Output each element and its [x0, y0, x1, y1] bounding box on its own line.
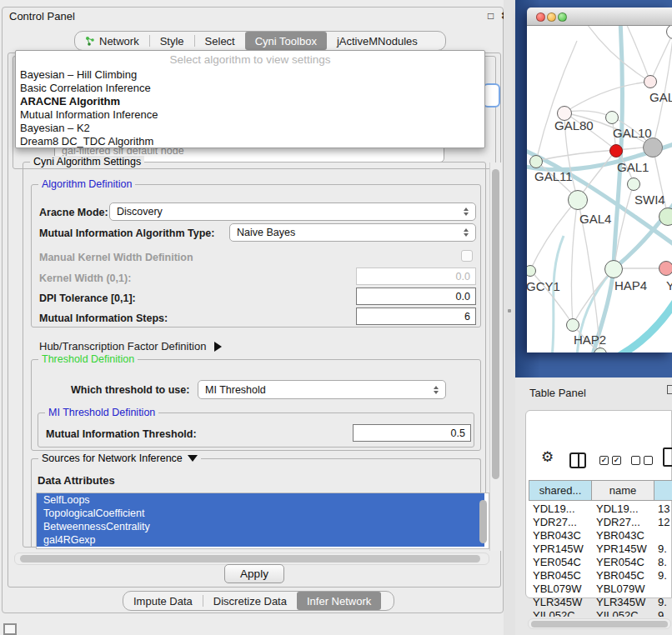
node-unlabeled-pink[interactable] [659, 261, 672, 276]
dropdown-option[interactable]: Bayesian – K2 [16, 121, 484, 134]
aracne-mode-value: Discovery [117, 206, 163, 218]
tab-infer-network[interactable]: Infer Network [297, 592, 381, 610]
node-hap4[interactable] [604, 260, 623, 278]
aracne-mode-combobox[interactable]: Discovery [109, 202, 476, 221]
manual-kernel-checkbox[interactable] [461, 250, 473, 262]
float-window-icon[interactable]: □ [488, 10, 494, 22]
gear-icon[interactable]: ⚙ [541, 448, 554, 466]
dropdown-option-selected[interactable]: ARACNE Algorithm [16, 94, 484, 108]
tab-cyni-toolbox[interactable]: Cyni Toolbox [245, 32, 327, 50]
dropdown-option[interactable]: Mutual Information Inference [16, 108, 484, 121]
list-item[interactable]: gal4RGexp [37, 533, 484, 547]
network-window-titlebar[interactable] [527, 8, 672, 26]
table-cell[interactable]: 9. [658, 596, 671, 609]
table-cell[interactable] [658, 582, 671, 596]
close-traffic-light-icon[interactable] [536, 12, 545, 22]
table-cell[interactable]: YLR345W [533, 596, 591, 609]
algorithm-combobox-edge[interactable] [483, 83, 500, 108]
node-label: GAL11 [534, 169, 573, 183]
table-horizontal-scrollbar[interactable] [528, 618, 671, 629]
node-label: Y [666, 278, 672, 292]
group-title: Cyni Algorithm Settings [30, 156, 144, 168]
dpi-tolerance-input[interactable]: 0.0 [356, 288, 476, 305]
network-canvas[interactable]: GAL GAL80 GAL10 GAL1 GAL11 SWI4 GAL4 GCY… [527, 26, 672, 352]
deselect-all-columns-icon[interactable] [631, 456, 653, 465]
apply-button[interactable]: Apply [224, 564, 284, 583]
node-gal11[interactable] [529, 155, 543, 168]
tab-label: Select [205, 35, 235, 48]
table-cell[interactable]: 9 [658, 609, 671, 617]
sources-title: Sources for Network Inference [42, 452, 183, 464]
table-cell[interactable]: YER054C [596, 556, 653, 569]
hub-definition-toggle[interactable]: Hub/Transcription Factor Definition [39, 340, 222, 352]
node-gal1[interactable] [609, 144, 623, 158]
table-cell[interactable]: YPR145W [596, 542, 653, 556]
node-unlabeled[interactable] [644, 75, 657, 88]
tab-discretize-data[interactable]: Discretize Data [203, 592, 297, 610]
minimize-traffic-light-icon[interactable] [547, 12, 556, 22]
table-cell[interactable]: 13 [658, 502, 671, 516]
list-item[interactable]: TopologicalCoefficient [37, 507, 484, 520]
table-cell[interactable]: YER054C [533, 556, 591, 569]
table-cell[interactable]: YBR043C [596, 529, 653, 542]
settings-horizontal-scrollbar[interactable] [14, 552, 489, 565]
table-cell[interactable]: 9. [658, 542, 671, 556]
node-unlabeled[interactable] [659, 208, 672, 226]
dropdown-option[interactable]: Basic Correlation Inference [16, 81, 484, 94]
table-cell[interactable]: YLR345W [596, 596, 653, 609]
table-cell[interactable]: YDL19... [596, 502, 653, 516]
list-item[interactable]: BetweennessCentrality [37, 520, 484, 533]
mi-threshold-input[interactable]: 0.5 [353, 424, 471, 442]
table-cell[interactable]: YDR27... [596, 516, 653, 529]
table-cell[interactable]: 9. [658, 569, 671, 582]
group-title-row[interactable]: Sources for Network Inference [38, 452, 201, 464]
table-cell[interactable]: YDR27... [533, 516, 591, 529]
node-hap2[interactable] [566, 318, 579, 332]
node-unlabeled[interactable] [643, 138, 663, 158]
zoom-traffic-light-icon[interactable] [558, 12, 567, 22]
tab-select[interactable]: Select [195, 32, 245, 50]
table-cell[interactable]: YDL19... [533, 502, 591, 516]
dropdown-placeholder: Select algorithm to view settings [16, 51, 484, 68]
panel-button-icon[interactable] [667, 385, 672, 394]
split-columns-icon[interactable] [569, 452, 586, 468]
column-header-partial[interactable] [654, 480, 672, 501]
column-header-shared-name[interactable]: shared... [529, 480, 592, 501]
tab-style[interactable]: Style [150, 32, 194, 50]
node-label: HAP4 [614, 278, 647, 292]
dropdown-option[interactable]: Bayesian – Hill Climbing [16, 68, 484, 81]
mi-steps-input[interactable]: 6 [356, 308, 476, 325]
table-cell[interactable]: YIL052C [596, 609, 653, 617]
table-cell[interactable]: YBR043C [533, 529, 591, 542]
table-cell[interactable]: YPR145W [533, 542, 591, 556]
node-gal4[interactable] [568, 190, 588, 210]
settings-vertical-scrollbar[interactable] [489, 162, 501, 551]
table-cell[interactable]: YIL052C [533, 609, 591, 617]
kernel-width-input[interactable]: 0.0 [356, 268, 476, 285]
table-cell[interactable]: 12 [658, 516, 671, 529]
table-cell[interactable]: YBR045C [596, 569, 653, 582]
node-label: GAL80 [554, 118, 594, 132]
dropdown-option[interactable]: Dream8 DC_TDC Algorithm [16, 134, 484, 148]
node-gal10[interactable] [605, 111, 619, 124]
export-table-icon[interactable] [663, 448, 672, 467]
table-cell[interactable]: 8. [658, 556, 671, 569]
tab-network[interactable]: Network [75, 32, 149, 50]
list-item-label: TopologicalCoefficient [43, 508, 144, 519]
list-scrollbar-thumb[interactable] [479, 500, 487, 543]
mi-type-combobox[interactable]: Naive Bayes [229, 223, 476, 242]
table-cell[interactable]: YBL079W [533, 582, 591, 596]
column-header-name[interactable]: name [591, 480, 654, 501]
table-cell[interactable]: YBL079W [596, 582, 653, 596]
which-threshold-combobox[interactable]: MI Threshold [198, 380, 446, 399]
node-label: GAL4 [579, 212, 611, 226]
list-item[interactable]: SelfLoops [37, 493, 484, 507]
minimized-panel-icon[interactable] [3, 623, 17, 635]
node-swi4[interactable] [627, 178, 640, 191]
table-cell[interactable] [658, 529, 671, 542]
tab-impute-data[interactable]: Impute Data [123, 592, 203, 610]
table-cell[interactable]: YBR045C [533, 569, 591, 582]
select-all-columns-icon[interactable]: ✓✓ [599, 456, 621, 465]
tab-jactivemnodules[interactable]: jActiveMNodules [327, 32, 428, 50]
split-divider[interactable] [504, 0, 515, 635]
